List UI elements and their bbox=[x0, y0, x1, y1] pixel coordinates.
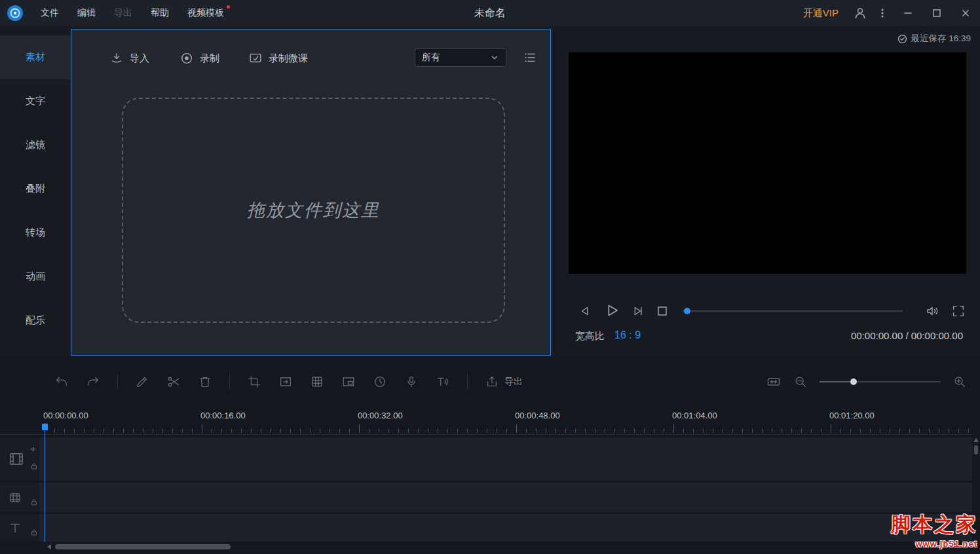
ruler-label: 00:00:32.00 bbox=[358, 411, 403, 420]
stop-button[interactable] bbox=[656, 305, 668, 317]
mosaic-icon[interactable] bbox=[310, 375, 324, 389]
maximize-button[interactable] bbox=[922, 0, 951, 26]
toolbar-separator bbox=[117, 374, 118, 390]
record-label: 录制 bbox=[200, 52, 219, 65]
timeline-horizontal-scrollbar[interactable] bbox=[0, 542, 972, 551]
import-button[interactable]: 导入 bbox=[109, 49, 149, 67]
export-button[interactable]: 导出 bbox=[485, 375, 523, 389]
zoom-slider[interactable] bbox=[820, 377, 941, 386]
playback-progress[interactable] bbox=[683, 310, 903, 312]
play-button[interactable] bbox=[603, 301, 621, 320]
sidebar-item-material[interactable]: 素材 bbox=[0, 35, 71, 79]
app-window: 文件 编辑 导出 帮助 视频模板 未命名 开通VIP bbox=[0, 0, 980, 554]
sidebar-item-overlay[interactable]: 叠附 bbox=[0, 167, 71, 211]
app-logo-icon[interactable] bbox=[7, 5, 24, 22]
sidebar-item-filter[interactable]: 滤镜 bbox=[0, 123, 71, 167]
last-saved-indicator: 最近保存 16:39 bbox=[897, 33, 971, 45]
menu-file[interactable]: 文件 bbox=[31, 0, 68, 26]
aspect-ratio-value[interactable]: 16 : 9 bbox=[614, 329, 641, 341]
titlebar: 文件 编辑 导出 帮助 视频模板 未命名 开通VIP bbox=[0, 0, 980, 26]
record-audio-icon[interactable] bbox=[404, 375, 419, 389]
overlay-track[interactable] bbox=[0, 483, 972, 512]
timeline-vertical-scrollbar[interactable] bbox=[972, 435, 980, 542]
material-filter-value: 所有 bbox=[422, 52, 490, 64]
crop-icon[interactable] bbox=[247, 375, 261, 389]
last-saved-text: 最近保存 16:39 bbox=[911, 33, 971, 45]
zoom-in-icon[interactable] bbox=[952, 375, 967, 389]
import-icon bbox=[109, 51, 124, 65]
zoom-out-icon[interactable] bbox=[793, 375, 808, 389]
cut-icon[interactable] bbox=[166, 375, 181, 389]
material-filter-dropdown[interactable]: 所有 bbox=[415, 48, 506, 67]
redo-icon[interactable] bbox=[86, 375, 100, 389]
menu-help[interactable]: 帮助 bbox=[141, 0, 178, 26]
playhead-handle[interactable] bbox=[42, 424, 48, 430]
prev-frame-button[interactable] bbox=[578, 304, 592, 318]
sidebar-item-music[interactable]: 配乐 bbox=[0, 299, 71, 342]
menu-video-templates[interactable]: 视频模板 bbox=[178, 0, 233, 26]
scroll-up-arrow-icon[interactable] bbox=[973, 438, 979, 442]
video-preview[interactable] bbox=[569, 52, 966, 274]
vip-button[interactable]: 开通VIP bbox=[803, 7, 839, 20]
record-lesson-button[interactable]: 录制微课 bbox=[248, 49, 308, 67]
dropzone-hint: 拖放文件到这里 bbox=[247, 198, 380, 222]
titlebar-right: 开通VIP bbox=[803, 0, 980, 26]
toolbar-separator bbox=[467, 374, 468, 390]
zoom-slider-handle[interactable] bbox=[850, 379, 857, 385]
edit-icon[interactable] bbox=[135, 375, 149, 389]
aspect-ratio-label: 宽高比 bbox=[575, 330, 605, 342]
timeline-ruler[interactable]: 00:00:00.00 00:00:16.00 00:00:32.00 00:0… bbox=[0, 407, 972, 435]
sidebar-item-transition[interactable]: 转场 bbox=[0, 211, 71, 255]
menu-export: 导出 bbox=[105, 0, 141, 26]
pip-icon[interactable] bbox=[341, 375, 356, 389]
text-to-speech-icon[interactable] bbox=[436, 375, 450, 389]
list-view-icon[interactable] bbox=[523, 51, 537, 64]
text-track-icon bbox=[8, 521, 22, 535]
kebab-menu-icon[interactable] bbox=[871, 0, 894, 26]
duration-icon[interactable] bbox=[373, 375, 387, 389]
track-lock-icon[interactable] bbox=[30, 462, 38, 470]
record-icon bbox=[179, 51, 194, 65]
ruler-label: 00:00:16.00 bbox=[200, 411, 246, 420]
menu-edit[interactable]: 编辑 bbox=[68, 0, 105, 26]
vertical-scrollbar-thumb[interactable] bbox=[974, 445, 978, 454]
close-button[interactable] bbox=[951, 0, 980, 26]
fullscreen-icon[interactable] bbox=[951, 304, 966, 318]
delete-icon[interactable] bbox=[198, 375, 212, 389]
text-track[interactable] bbox=[0, 514, 972, 542]
user-icon[interactable] bbox=[849, 0, 871, 26]
video-track-header bbox=[0, 437, 41, 481]
video-track[interactable] bbox=[0, 437, 972, 481]
export-label: 导出 bbox=[504, 376, 523, 388]
overlay-track-icon bbox=[8, 490, 22, 505]
ruler-label: 00:00:00.00 bbox=[43, 411, 88, 420]
canvas-size-icon[interactable] bbox=[278, 375, 293, 389]
playback-progress-handle[interactable] bbox=[684, 308, 690, 314]
track-mute-icon[interactable] bbox=[30, 445, 38, 453]
timeline-toolbar: 导出 bbox=[0, 357, 523, 407]
volume-icon[interactable] bbox=[925, 303, 941, 319]
ruler-major-ticks bbox=[45, 424, 972, 433]
minimize-button[interactable] bbox=[894, 0, 922, 26]
scroll-left-arrow-icon[interactable] bbox=[47, 544, 51, 549]
track-lock-icon[interactable] bbox=[30, 528, 38, 536]
export-icon bbox=[485, 375, 499, 389]
import-label: 导入 bbox=[130, 52, 149, 65]
next-frame-button[interactable] bbox=[630, 304, 645, 318]
ruler-label: 00:01:20.00 bbox=[829, 411, 875, 420]
fit-timeline-icon[interactable] bbox=[766, 374, 782, 390]
file-dropzone[interactable]: 拖放文件到这里 bbox=[122, 98, 505, 323]
ruler-label: 00:01:04.00 bbox=[672, 411, 717, 420]
sidebar-item-text[interactable]: 文字 bbox=[0, 79, 71, 123]
timecode-display: 00:00:00.00 / 00:00:00.00 bbox=[851, 330, 963, 341]
saved-check-icon bbox=[897, 34, 907, 44]
video-track-icon bbox=[8, 451, 25, 468]
playhead-line bbox=[45, 423, 45, 542]
toolbar-separator bbox=[229, 374, 230, 390]
undo-icon[interactable] bbox=[54, 375, 69, 389]
track-lock-icon[interactable] bbox=[30, 498, 38, 506]
horizontal-scrollbar-thumb[interactable] bbox=[55, 544, 231, 549]
document-title: 未命名 bbox=[262, 7, 718, 20]
record-button[interactable]: 录制 bbox=[179, 49, 219, 67]
sidebar-item-animation[interactable]: 动画 bbox=[0, 255, 71, 299]
